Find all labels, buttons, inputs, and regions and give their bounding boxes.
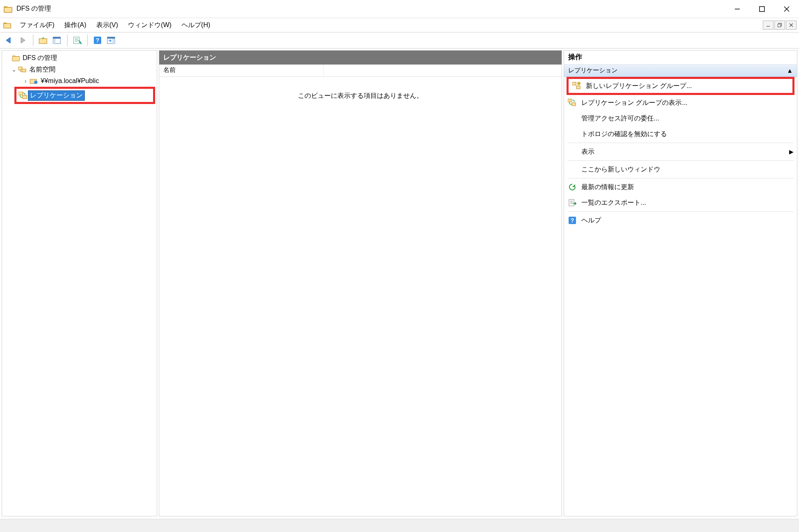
- new-group-icon: [572, 81, 582, 90]
- menu-file[interactable]: ファイル(F): [15, 19, 59, 31]
- separator: [567, 178, 794, 178]
- help-button[interactable]: ?: [92, 35, 103, 46]
- menu-action[interactable]: 操作(A): [59, 19, 91, 31]
- svg-rect-34: [576, 86, 580, 89]
- up-level-button[interactable]: [37, 35, 49, 46]
- action-show-replication-groups[interactable]: レプリケーション グループの表示...: [564, 95, 797, 111]
- replication-icon: [18, 91, 28, 99]
- menu-window[interactable]: ウィンドウ(W): [123, 19, 177, 31]
- maximize-button[interactable]: [750, 0, 774, 18]
- svg-rect-2: [760, 7, 764, 12]
- action-refresh-label: 最新の情報に更新: [581, 183, 634, 192]
- svg-rect-11: [39, 39, 47, 44]
- action-disable-topology-check[interactable]: トポロジの確認を無効にする: [564, 126, 797, 142]
- svg-rect-0: [4, 7, 12, 12]
- svg-rect-23: [112, 39, 115, 44]
- back-button[interactable]: [3, 35, 15, 46]
- submenu-arrow-icon: ▶: [789, 148, 794, 155]
- chevron-down-icon[interactable]: ⌄: [10, 66, 18, 73]
- svg-rect-22: [107, 37, 115, 39]
- app-icon: [3, 4, 13, 14]
- svg-rect-24: [12, 56, 19, 61]
- tree-namespace-path-label: ¥¥miya.local¥Public: [39, 77, 100, 85]
- action-export-list[interactable]: 一覧のエクスポート...: [564, 195, 797, 210]
- menu-help[interactable]: ヘルプ(H): [177, 19, 215, 31]
- action-show-groups-label: レプリケーション グループの表示...: [581, 99, 688, 107]
- actions-pane: 操作 レプリケーション ▲ 新しいレプリケーション グループ... レプリケーシ…: [564, 50, 797, 516]
- action-help-label: ヘルプ: [581, 216, 601, 225]
- namespaces-icon: [18, 65, 28, 74]
- window-title: DFS の管理: [16, 5, 51, 13]
- blank-icon: [567, 130, 577, 139]
- close-button[interactable]: [774, 0, 799, 18]
- center-header: レプリケーション: [159, 51, 562, 65]
- list-header: 名前: [159, 65, 562, 77]
- namespace-share-icon: [29, 77, 39, 85]
- help-icon: ?: [567, 216, 577, 225]
- dfs-root-icon: [11, 54, 21, 62]
- tree-namespaces[interactable]: ⌄ 名前空間: [4, 64, 155, 75]
- svg-rect-33: [572, 82, 576, 85]
- center-pane: レプリケーション 名前 このビューに表示する項目はありません。: [159, 50, 562, 516]
- tree-replication[interactable]: レプリケーション: [18, 90, 151, 101]
- show-hide-action-pane-button[interactable]: [106, 35, 117, 46]
- separator: [567, 160, 794, 161]
- refresh-icon: [567, 183, 577, 192]
- action-delegate-label: 管理アクセス許可の委任...: [581, 114, 659, 123]
- svg-rect-40: [569, 199, 574, 206]
- svg-rect-14: [53, 39, 56, 44]
- column-name[interactable]: 名前: [159, 65, 324, 76]
- svg-rect-31: [19, 92, 23, 95]
- action-refresh[interactable]: 最新の情報に更新: [564, 179, 797, 195]
- actions-group-header-label: レプリケーション: [568, 67, 618, 74]
- action-new-group-label: 新しいレプリケーション グループ...: [586, 82, 692, 90]
- main-area: DFS の管理 ⌄ 名前空間 › ¥¥miya.local¥Public: [0, 49, 799, 519]
- actions-group-header[interactable]: レプリケーション ▲: [564, 65, 797, 77]
- action-export-list-label: 一覧のエクスポート...: [581, 199, 646, 207]
- blank-icon: [567, 147, 577, 156]
- svg-rect-32: [23, 95, 27, 99]
- column-spacer: [324, 65, 562, 76]
- show-groups-icon: [567, 98, 577, 107]
- blank-icon: [567, 114, 577, 123]
- mdi-minimize-button[interactable]: [763, 21, 773, 30]
- action-view-submenu[interactable]: 表示 ▶: [564, 144, 797, 160]
- action-view-label: 表示: [581, 148, 595, 156]
- show-hide-tree-button[interactable]: [51, 35, 63, 46]
- tree-root[interactable]: DFS の管理: [4, 52, 155, 64]
- tree-replication-label: レプリケーション: [28, 90, 85, 101]
- separator: [567, 143, 794, 143]
- export-icon: [567, 198, 577, 207]
- statusbar: [0, 519, 799, 532]
- empty-list-message: このビューに表示する項目はありません。: [159, 77, 562, 115]
- properties-button[interactable]: [72, 35, 83, 46]
- toolbar: ?: [0, 32, 799, 49]
- highlight-tree-replication: レプリケーション: [14, 87, 155, 104]
- highlight-action-new-group: 新しいレプリケーション グループ...: [567, 77, 794, 95]
- svg-rect-5: [4, 23, 11, 28]
- action-new-replication-group[interactable]: 新しいレプリケーション グループ...: [569, 79, 792, 93]
- action-new-window-from-here[interactable]: ここから新しいウィンドウ: [564, 162, 797, 177]
- svg-rect-39: [572, 103, 576, 106]
- svg-point-30: [34, 81, 37, 84]
- tree-root-label: DFS の管理: [21, 53, 59, 63]
- svg-rect-26: [22, 69, 26, 72]
- action-new-window-label: ここから新しいウィンドウ: [581, 165, 660, 174]
- tree-namespace-path[interactable]: › ¥¥miya.local¥Public: [4, 75, 155, 87]
- menu-view[interactable]: 表示(V): [91, 19, 123, 31]
- svg-rect-38: [568, 99, 571, 102]
- chevron-right-icon[interactable]: ›: [22, 78, 29, 84]
- actions-title: 操作: [564, 51, 797, 65]
- svg-text:?: ?: [571, 217, 574, 224]
- forward-button[interactable]: [17, 35, 29, 46]
- mdi-restore-button[interactable]: [774, 21, 785, 30]
- action-delegate-permissions[interactable]: 管理アクセス許可の委任...: [564, 111, 797, 126]
- doc-icon: [2, 20, 12, 30]
- action-help[interactable]: ? ヘルプ: [564, 213, 797, 228]
- mdi-close-button[interactable]: [786, 21, 797, 30]
- tree-namespaces-label: 名前空間: [28, 65, 57, 74]
- svg-rect-15: [74, 37, 79, 44]
- minimize-button[interactable]: [725, 0, 750, 18]
- blank-icon: [567, 165, 577, 174]
- titlebar: DFS の管理: [0, 0, 799, 18]
